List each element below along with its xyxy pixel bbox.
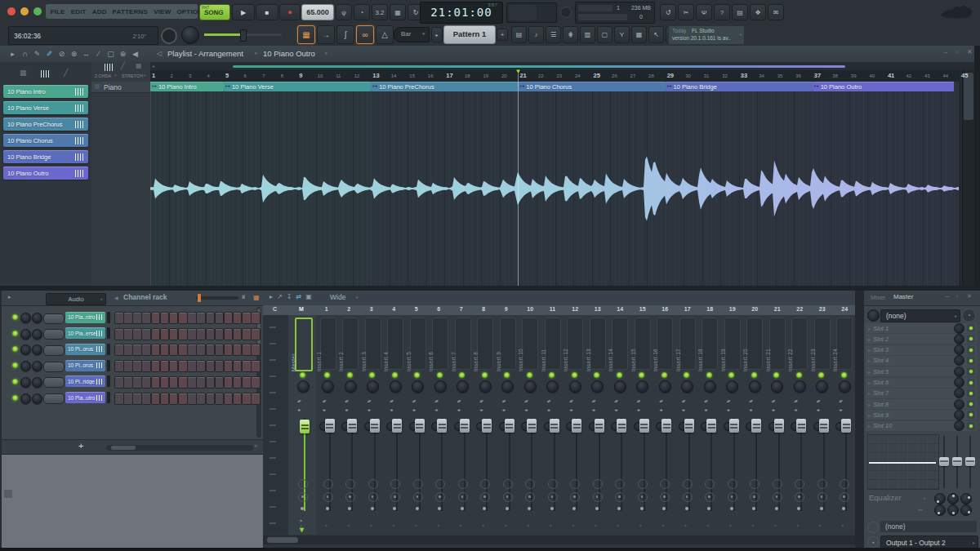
clip-menu-icon[interactable]: ↦ bbox=[666, 83, 674, 90]
step-cell[interactable] bbox=[123, 312, 133, 324]
picker-clip[interactable]: 10 Piano Bridge bbox=[3, 150, 88, 163]
pan-separation-control[interactable]: ◂▸ bbox=[794, 407, 797, 412]
step-cell[interactable] bbox=[151, 360, 161, 372]
pan-separation-control[interactable]: ◂▸ bbox=[682, 407, 685, 412]
mixer-pan-knob[interactable] bbox=[839, 380, 851, 393]
mixer-track-led[interactable] bbox=[347, 372, 353, 378]
step-cell[interactable] bbox=[206, 312, 216, 324]
step-cell[interactable] bbox=[224, 312, 234, 324]
eq-band-fader[interactable] bbox=[965, 457, 975, 466]
step-cell[interactable] bbox=[242, 344, 252, 356]
pan-separation-control[interactable]: ◂▸ bbox=[323, 407, 326, 412]
eq-knob[interactable] bbox=[934, 504, 946, 516]
step-cell[interactable] bbox=[196, 344, 206, 356]
slot-mix-knob[interactable] bbox=[954, 334, 964, 344]
slot-enable-led[interactable] bbox=[967, 389, 975, 398]
step-cell[interactable] bbox=[215, 328, 225, 340]
step-cell[interactable] bbox=[114, 328, 124, 340]
headphone-button[interactable] bbox=[593, 479, 603, 489]
channel-button[interactable]: 10 Pia..ntro bbox=[65, 312, 105, 323]
clip-menu-icon[interactable]: ↦ bbox=[224, 83, 232, 90]
step-cell[interactable] bbox=[233, 328, 243, 340]
channel-led[interactable] bbox=[12, 395, 18, 401]
insert-select-box[interactable] bbox=[432, 318, 448, 370]
stereo-separation-control[interactable]: ▴▾ bbox=[817, 398, 820, 403]
volume-fader[interactable] bbox=[550, 419, 559, 433]
mixer-pan-knob[interactable] bbox=[322, 380, 334, 393]
picker-clip[interactable]: 10 Piano PreChorus bbox=[3, 118, 88, 131]
channel-button[interactable]: 10 Pi..orus bbox=[65, 344, 105, 355]
slot-enable-led[interactable] bbox=[967, 411, 975, 419]
step-cell[interactable] bbox=[251, 360, 261, 372]
insert-select-box[interactable] bbox=[410, 318, 426, 370]
mixer-track-led[interactable] bbox=[324, 372, 330, 378]
slot-mix-knob[interactable] bbox=[954, 323, 964, 334]
pan-separation-control[interactable]: ◂▸ bbox=[637, 407, 640, 412]
mixer-header-number[interactable]: 23 bbox=[819, 306, 826, 312]
mixer-pan-knob[interactable] bbox=[591, 380, 604, 393]
mixer-header-number[interactable]: 20 bbox=[751, 306, 758, 312]
mixer-pan-knob[interactable] bbox=[771, 380, 783, 393]
step-cell[interactable] bbox=[206, 376, 216, 389]
volume-fader[interactable] bbox=[370, 419, 380, 433]
latency-button[interactable] bbox=[480, 492, 490, 502]
insert-select-box[interactable] bbox=[590, 318, 606, 370]
record-arm-dot[interactable] bbox=[326, 507, 329, 510]
insert-select-box[interactable] bbox=[702, 318, 718, 370]
insert-select-box[interactable] bbox=[657, 318, 673, 370]
channel-mute-button[interactable] bbox=[43, 345, 65, 356]
mixer-pan-knob[interactable] bbox=[390, 380, 402, 393]
mixer-header-number[interactable]: 24 bbox=[841, 306, 848, 312]
step-cell[interactable] bbox=[187, 393, 197, 405]
insert-select-box[interactable] bbox=[365, 318, 381, 370]
volume-fader[interactable] bbox=[706, 419, 716, 433]
step-cell[interactable] bbox=[114, 312, 124, 324]
latency-button[interactable] bbox=[570, 492, 580, 502]
step-cell[interactable] bbox=[242, 376, 252, 389]
record-arm-dot[interactable] bbox=[685, 507, 688, 510]
pan-separation-control[interactable]: ◂▸ bbox=[345, 407, 348, 412]
step-cell[interactable] bbox=[242, 328, 252, 340]
channel-volume-knob[interactable] bbox=[32, 361, 42, 371]
step-cell[interactable] bbox=[242, 393, 252, 405]
slot-mix-knob[interactable] bbox=[954, 399, 964, 410]
mixer-track-led[interactable] bbox=[549, 372, 555, 378]
step-cell[interactable] bbox=[151, 344, 161, 356]
mixer-track-led[interactable] bbox=[684, 372, 689, 378]
headphone-button[interactable] bbox=[345, 479, 355, 489]
step-cell[interactable] bbox=[196, 360, 206, 372]
latency-button[interactable] bbox=[458, 492, 468, 502]
channel-mute-button[interactable] bbox=[43, 329, 65, 340]
stereo-separation-control[interactable]: ▴▾ bbox=[614, 398, 617, 403]
mixer-pan-knob[interactable] bbox=[569, 380, 581, 393]
mixer-pan-knob[interactable] bbox=[367, 380, 379, 393]
step-cell[interactable] bbox=[187, 344, 197, 356]
step-cell[interactable] bbox=[123, 344, 133, 356]
latency-button[interactable] bbox=[525, 492, 535, 502]
mixer-header-number[interactable]: 21 bbox=[774, 306, 781, 312]
insert-select-box[interactable] bbox=[679, 318, 696, 370]
channel-led[interactable] bbox=[12, 314, 18, 320]
step-cell[interactable] bbox=[233, 344, 243, 356]
step-cell[interactable] bbox=[224, 393, 234, 405]
channel-led[interactable] bbox=[12, 379, 18, 384]
headphone-button[interactable] bbox=[458, 479, 468, 489]
volume-fader[interactable] bbox=[300, 420, 310, 433]
step-cell[interactable] bbox=[151, 393, 161, 405]
insert-select-box[interactable] bbox=[635, 318, 651, 370]
eq-band-fader[interactable] bbox=[939, 457, 949, 466]
pan-separation-control[interactable]: ◂▸ bbox=[659, 407, 662, 412]
insert-select-box[interactable] bbox=[836, 318, 853, 370]
pan-separation-control[interactable]: ◂▸ bbox=[412, 407, 416, 412]
channel-led[interactable] bbox=[12, 331, 18, 336]
eq-knob[interactable] bbox=[934, 493, 946, 504]
mixer-header-number[interactable]: 17 bbox=[684, 306, 691, 312]
volume-fader[interactable] bbox=[639, 419, 649, 433]
master-select-box[interactable] bbox=[295, 318, 313, 371]
headphone-button[interactable] bbox=[503, 479, 513, 489]
pan-separation-control[interactable]: ◂▸ bbox=[727, 407, 730, 412]
volume-fader[interactable] bbox=[527, 419, 537, 433]
mixer-header-number[interactable]: 2 bbox=[347, 306, 350, 312]
insert-select-box[interactable] bbox=[769, 318, 786, 370]
channel-volume-knob[interactable] bbox=[32, 329, 42, 340]
